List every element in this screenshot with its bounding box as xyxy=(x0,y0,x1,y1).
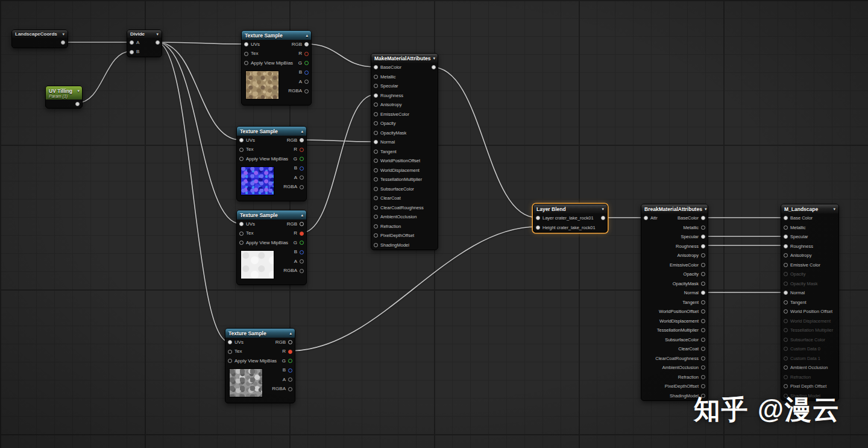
landscapecoords-node[interactable]: LandscapeCoords ▾ xyxy=(11,30,68,48)
PixelDepthOffset-pin[interactable] xyxy=(701,384,705,388)
Refraction-pin[interactable] xyxy=(701,375,705,379)
Attr-pin[interactable] xyxy=(644,216,648,220)
makematerialattributes-node[interactable]: MakeMaterialAttributes ▾ BaseColorMetall… xyxy=(371,53,438,250)
node-header[interactable]: Texture Sample ▴ xyxy=(225,329,295,338)
output-pin[interactable] xyxy=(156,40,160,45)
wire-ts1-rgb-to-basecolor[interactable] xyxy=(306,44,375,67)
WorldPositionOffset-pin[interactable] xyxy=(701,309,705,314)
Emissive Color-pin[interactable] xyxy=(784,263,788,267)
wire-ts3-r-to-roughness[interactable] xyxy=(301,95,375,233)
RGB-pin[interactable] xyxy=(304,42,309,46)
Specular-pin[interactable] xyxy=(374,84,378,88)
UVs-pin[interactable] xyxy=(239,138,244,142)
World Displacement-pin[interactable] xyxy=(784,319,788,323)
Normal-pin[interactable] xyxy=(374,140,378,144)
Roughness-pin[interactable] xyxy=(784,244,788,248)
Opacity-pin[interactable] xyxy=(374,121,378,125)
Opacity Mask-pin[interactable] xyxy=(784,282,788,286)
m-landscape-result-node[interactable]: M_Landscape ▾ Base ColorMetallicSpecular… xyxy=(781,204,839,401)
Tessellation Multiplier-pin[interactable] xyxy=(784,328,788,332)
Anisotropy-pin[interactable] xyxy=(701,253,705,257)
EmissiveColor-pin[interactable] xyxy=(374,112,378,116)
wire-makeattrs-to-layerblend-layer[interactable] xyxy=(432,67,537,218)
B-pin[interactable] xyxy=(288,368,292,373)
texture-preview[interactable] xyxy=(245,71,279,99)
Tangent-pin[interactable] xyxy=(784,300,788,304)
Normal-pin[interactable] xyxy=(701,291,705,295)
uv-tilling-param-node[interactable]: UV Tilling Param (1) ▾ xyxy=(45,86,83,109)
output-pin[interactable] xyxy=(75,102,80,106)
PixelDepthOffset-pin[interactable] xyxy=(374,233,378,238)
node-header[interactable]: Texture Sample ▴ xyxy=(237,210,306,219)
AmbientOcclusion-pin[interactable] xyxy=(701,365,705,370)
wire-divide-to-ts4-uvs[interactable] xyxy=(157,42,229,342)
ClearCoat-pin[interactable] xyxy=(374,196,378,200)
layer-blend-node[interactable]: Layer Blend ▾ Layer crater_lake_rock01He… xyxy=(533,204,608,233)
A-pin[interactable] xyxy=(300,259,304,263)
A-pin[interactable] xyxy=(288,377,292,382)
Apply View MipBias-pin[interactable] xyxy=(239,157,244,161)
RGBA-pin[interactable] xyxy=(304,89,309,93)
Anisotropy-pin[interactable] xyxy=(784,253,788,257)
SubsurfaceColor-pin[interactable] xyxy=(701,338,705,342)
wire-divide-to-ts3-uvs[interactable] xyxy=(157,42,241,224)
RGB-pin[interactable] xyxy=(300,222,304,226)
collapse-arrow-icon[interactable]: ▴ xyxy=(301,213,303,218)
Refraction-pin[interactable] xyxy=(374,224,378,229)
RGB-pin[interactable] xyxy=(288,340,292,344)
Apply View MipBias-pin[interactable] xyxy=(239,241,244,245)
Pixel Depth Offset-pin[interactable] xyxy=(784,384,788,388)
OpacityMask-pin[interactable] xyxy=(374,131,378,135)
node-header[interactable]: Texture Sample ▴ xyxy=(242,31,311,40)
OpacityMask-pin[interactable] xyxy=(701,282,705,286)
wire-ts2-rgb-to-normal[interactable] xyxy=(301,140,375,142)
collapse-arrow-icon[interactable]: ▾ xyxy=(156,32,159,37)
Tex-pin[interactable] xyxy=(239,148,244,152)
collapse-arrow-icon[interactable]: ▾ xyxy=(62,32,64,37)
collapse-arrow-icon[interactable]: ▾ xyxy=(833,207,835,212)
output-pin[interactable] xyxy=(432,65,436,69)
Specular-pin[interactable] xyxy=(701,235,705,239)
texture-sample-node-3[interactable]: Texture Sample ▴ UVsTexApply View MipBia… xyxy=(236,210,307,285)
R-pin[interactable] xyxy=(288,350,292,354)
WorldDisplacement-pin[interactable] xyxy=(701,319,705,323)
node-header[interactable]: MakeMaterialAttributes ▾ xyxy=(371,54,438,63)
node-header[interactable]: Layer Blend ▾ xyxy=(533,204,607,213)
Height crater_lake_rock01-pin[interactable] xyxy=(536,226,540,230)
texture-preview[interactable] xyxy=(229,368,263,397)
Apply View MipBias-pin[interactable] xyxy=(244,61,248,65)
G-pin[interactable] xyxy=(304,61,309,65)
R-pin[interactable] xyxy=(300,232,304,236)
ShadingModel-pin[interactable] xyxy=(374,243,378,247)
RGBA-pin[interactable] xyxy=(300,269,304,273)
TessellationMultiplier-pin[interactable] xyxy=(701,328,705,332)
Metallic-pin[interactable] xyxy=(784,226,788,230)
EmissiveColor-pin[interactable] xyxy=(701,263,705,267)
divide-node[interactable]: Divide ▾ AB xyxy=(127,30,162,57)
World Position Offset-pin[interactable] xyxy=(784,309,788,314)
Roughness-pin[interactable] xyxy=(701,244,705,248)
texture-sample-node-1[interactable]: Texture Sample ▴ UVsTexApply View MipBia… xyxy=(241,30,312,106)
Tangent-pin[interactable] xyxy=(374,150,378,154)
G-pin[interactable] xyxy=(300,157,304,161)
Custom Data 0-pin[interactable] xyxy=(784,347,788,351)
Normal-pin[interactable] xyxy=(784,291,788,295)
R-pin[interactable] xyxy=(304,52,309,56)
collapse-arrow-icon[interactable]: ▾ xyxy=(433,56,436,61)
Tangent-pin[interactable] xyxy=(701,300,705,304)
Base Color-pin[interactable] xyxy=(784,216,788,220)
node-header[interactable]: Divide ▾ xyxy=(127,30,162,38)
WorldPositionOffset-pin[interactable] xyxy=(374,159,378,163)
R-pin[interactable] xyxy=(300,148,304,152)
Ambient Occlusion-pin[interactable] xyxy=(784,365,788,370)
B-pin[interactable] xyxy=(300,166,304,171)
UVs-pin[interactable] xyxy=(228,340,232,344)
Specular-pin[interactable] xyxy=(784,235,788,239)
Metallic-pin[interactable] xyxy=(701,226,705,230)
wire-uvtilling-to-divide-b[interactable] xyxy=(77,51,131,103)
ClearCoatRoughness-pin[interactable] xyxy=(701,356,705,361)
texture-preview[interactable] xyxy=(241,250,274,279)
A-pin[interactable] xyxy=(130,40,134,45)
Roughness-pin[interactable] xyxy=(374,93,378,98)
Custom Data 1-pin[interactable] xyxy=(784,356,788,361)
